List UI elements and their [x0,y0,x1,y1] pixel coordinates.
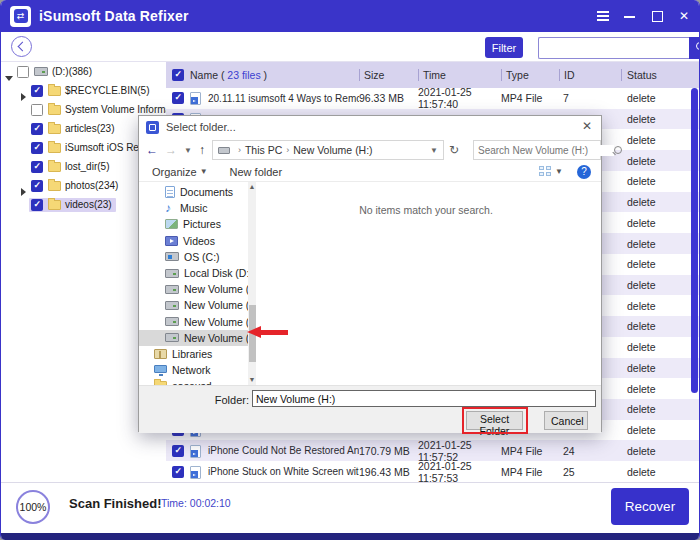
dialog-tree-item[interactable]: New Volume (H:) [139,330,248,346]
breadcrumb-new-volume-h[interactable]: New Volume (H:) [293,144,372,156]
organize-chevron-icon: ▼ [200,167,208,176]
row-checkbox[interactable] [172,92,184,104]
tree-label: articles(23) [65,123,114,134]
new-folder-button[interactable]: New folder [230,166,283,178]
column-size[interactable]: Size [359,62,418,88]
vertical-scrollbar[interactable] [691,88,698,393]
tree-checkbox[interactable] [31,199,43,211]
video-file-icon [190,92,201,105]
file-status: delete [621,155,700,167]
file-id: 25 [559,466,621,478]
dialog-tree-item[interactable]: Network [139,362,248,378]
folder-name-input[interactable] [252,390,596,407]
dialog-search-box[interactable] [473,140,601,160]
main-toolbar: Filter [1,32,700,62]
dialog-tree-item[interactable]: Local Disk (D:) [139,265,248,281]
scroll-up-icon[interactable]: ▲ [248,182,256,192]
breadcrumb-this-pc[interactable]: This PC [245,144,282,156]
tree-checkbox[interactable] [31,85,43,97]
search-input[interactable] [538,37,689,59]
select-folder-button[interactable]: Select Folder [466,411,523,430]
dialog-tree-item[interactable]: New Volume (G:) [139,314,248,330]
item-label: Network [172,364,211,376]
file-name: iPhone Could Not Be Restored An Unknown … [208,445,359,456]
select-folder-dialog: Select folder... ✕ ← → ▼ ↑ › This PC › N… [138,115,602,432]
scroll-down-icon[interactable]: ▼ [248,375,256,385]
maximize-button[interactable] [650,9,664,23]
nav-forward-icon[interactable]: → [165,143,177,157]
tree-checkbox[interactable] [31,161,43,173]
sidebar-tree-item[interactable]: $RECYCLE.BIN(5) [1,81,166,100]
tree-checkbox[interactable] [31,180,43,192]
file-size: 96.33 MB [359,92,418,104]
item-label: Pictures [183,218,221,230]
dialog-close-icon[interactable]: ✕ [582,119,592,133]
dialog-tree-item[interactable]: Documents [139,184,248,200]
tree-checkbox[interactable] [31,123,43,135]
nav-back-icon[interactable]: ← [146,143,158,157]
item-label: Videos [183,235,215,247]
file-status: delete [621,320,700,332]
file-status: delete [621,196,700,208]
tree-checkbox[interactable] [31,142,43,154]
dialog-tree-item[interactable]: New Volume (E:) [139,281,248,297]
tree-checkbox[interactable] [31,104,43,116]
back-button[interactable] [11,36,32,57]
dialog-search-icon [614,146,622,154]
row-checkbox[interactable] [172,466,184,478]
sidebar-tree-item[interactable]: (D:)(386) [1,62,166,81]
dialog-search-input[interactable] [474,145,614,156]
file-time: 2021-01-25 11:57:40 [418,86,501,110]
table-row[interactable]: iPhone Could Not Be Restored An Unknown … [166,440,700,461]
cancel-button[interactable]: Cancel [544,411,588,430]
table-row[interactable]: 20.11.11 isumsoft 4 Ways to Remove BitLo… [166,88,700,109]
dialog-scrollbar[interactable]: ▲ ▼ [248,182,256,385]
breadcrumb-dropdown-icon[interactable]: ▼ [430,146,438,155]
scrollbar-thumb[interactable] [249,305,256,362]
column-type[interactable]: Type [501,62,559,88]
nav-history-chevron-icon[interactable]: ▼ [184,146,192,155]
table-header: Name ( 23 files ) Size Time Type ID Stat… [166,62,700,88]
file-status: delete [621,113,700,125]
view-mode-chevron-icon[interactable]: ▼ [555,167,563,176]
nav-up-icon[interactable]: ↑ [199,143,205,157]
dialog-tree-item[interactable]: New Volume (F:) [139,297,248,313]
breadcrumb-chevron-icon: › [238,145,241,155]
search-button[interactable] [689,37,700,59]
file-status: delete [621,424,700,436]
recover-button[interactable]: Recover [611,488,689,525]
dialog-title-bar[interactable]: Select folder... ✕ [139,116,601,138]
item-icon [154,365,167,373]
select-all-checkbox[interactable] [172,69,184,81]
tree-checkbox[interactable] [17,66,29,78]
dialog-tree-item[interactable]: Libraries [139,346,248,362]
table-row[interactable]: iPhone Stuck on White Screen with Apple … [166,461,700,482]
progress-circle: 100% [16,490,50,524]
refresh-icon[interactable]: ↻ [449,143,459,157]
breadcrumb[interactable]: › This PC › New Volume (H:) ▼ [212,140,444,160]
close-button[interactable]: ✕ [677,9,691,23]
file-status: delete [621,175,700,187]
tree-label: (D:)(386) [52,66,92,77]
dialog-tree-item[interactable]: ♪ Music [139,200,248,216]
filter-button[interactable]: Filter [485,37,523,58]
column-id[interactable]: ID [559,62,621,88]
dialog-tree-item[interactable]: Pictures [139,216,248,232]
dialog-tree-item[interactable]: OS (C:) [139,249,248,265]
column-status[interactable]: Status [621,62,700,88]
view-mode-icon[interactable] [539,166,552,177]
file-size: 196.43 MB [359,466,418,478]
organize-menu[interactable]: Organize [152,166,197,178]
column-name[interactable]: Name ( 23 files ) [190,62,359,88]
item-label: OS (C:) [184,251,220,263]
help-icon[interactable]: ? [577,165,591,179]
file-status: delete [621,362,700,374]
dialog-tree-item[interactable]: easeusd [139,378,248,385]
file-id: 24 [559,445,621,457]
row-checkbox[interactable] [172,445,184,457]
menu-icon[interactable] [596,9,610,23]
column-time[interactable]: Time [418,62,501,88]
dialog-tree-item[interactable]: Videos [139,233,248,249]
minimize-button[interactable] [623,9,637,23]
tree-folder-icon [48,86,61,96]
